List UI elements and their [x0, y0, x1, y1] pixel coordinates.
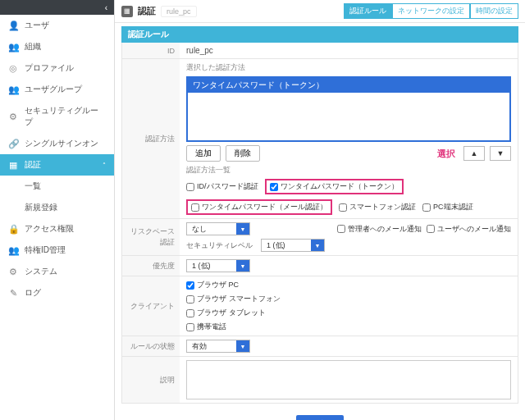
chk-notify-admin[interactable]: 管理者へのメール通知: [337, 224, 422, 235]
value-id: rule_pc: [186, 46, 511, 55]
selected-method-item[interactable]: ワンタイムパスワード（トークン）: [188, 78, 509, 93]
chevron-left-icon: ‹: [105, 3, 107, 12]
add-button[interactable]: 追加: [186, 145, 221, 162]
sidebar-item-sso[interactable]: 🔗シングルサインオン: [0, 133, 114, 154]
checkbox-otp-token[interactable]: [270, 183, 278, 191]
sidebar-item-profile[interactable]: ◎プロファイル: [0, 57, 114, 79]
sidebar-item-secgroup[interactable]: ⚙セキュリティグループ: [0, 100, 114, 133]
sidebar-item-system[interactable]: ⚙システム: [0, 261, 114, 282]
log-icon: ✎: [8, 288, 18, 299]
textarea-desc[interactable]: [186, 360, 511, 399]
update-bar: 更新: [115, 410, 525, 420]
label-desc: 説明: [122, 357, 180, 403]
tab-auth-rule[interactable]: 認証ルール: [344, 3, 392, 19]
chk-notify-user[interactable]: ユーザへのメール通知: [427, 224, 511, 235]
sidebar-item-label: シングルサインオン: [25, 138, 98, 149]
profile-icon: ◎: [8, 63, 18, 74]
checkbox-smartphone[interactable]: [339, 203, 347, 212]
sidebar-item-label: セキュリティグループ: [25, 105, 106, 128]
breadcrumb-sub: rule_pc: [161, 6, 197, 17]
checkbox-idpw[interactable]: [186, 183, 194, 191]
sidebar-item-label: ユーザグループ: [25, 84, 82, 95]
sidebar-sub-label: 一覧: [25, 180, 41, 192]
chevron-down-icon: ▼: [311, 240, 324, 251]
chevron-down-icon: ▼: [236, 340, 249, 352]
lock-icon: 🔒: [8, 224, 18, 235]
checkbox-client-pc[interactable]: [186, 281, 194, 290]
opt-otp-mail-highlight: ワンタイムパスワード（メール認証）: [186, 199, 332, 215]
select-riskbase[interactable]: なし▼: [186, 222, 250, 235]
sidebar-collapse[interactable]: ‹: [0, 0, 114, 15]
checkbox-client-mob[interactable]: [186, 323, 194, 331]
label-riskbase: リスクベース認証: [122, 219, 180, 255]
chevron-down-icon: ▼: [236, 223, 249, 235]
checkbox-client-sp[interactable]: [186, 295, 194, 304]
row-id: ID rule_pc: [122, 43, 518, 59]
page-title: 認証: [138, 5, 156, 17]
selected-methods-list[interactable]: ワンタイムパスワード（トークン）: [186, 76, 511, 142]
sidebar-item-usergroup[interactable]: 👥ユーザグループ: [0, 79, 114, 100]
chevron-down-icon: ▼: [236, 260, 249, 272]
sidebar-item-label: ユーザ: [25, 20, 49, 31]
row-auth-method: 認証方法 選択した認証方法 ワンタイムパスワード（トークン） 追加 削除 選択 …: [122, 59, 518, 219]
sidebar-item-label: 認証: [25, 159, 41, 171]
checkbox-notify-user[interactable]: [427, 225, 435, 233]
opt-otp-token-highlight: ワンタイムパスワード（トークン）: [265, 179, 404, 194]
row-state: ルールの状態 有効▼: [122, 336, 518, 357]
highlight-label: 選択: [437, 148, 455, 160]
tab-network[interactable]: ネットワークの設定: [392, 3, 470, 19]
checkbox-otp-mail[interactable]: [191, 203, 199, 212]
opt-pcterm[interactable]: PC端末認証: [422, 202, 473, 212]
auth-icon: ▦: [8, 160, 18, 171]
update-button[interactable]: 更新: [296, 415, 344, 420]
sidebar-item-label: システム: [25, 266, 57, 277]
checkbox-pcterm[interactable]: [422, 203, 431, 212]
opt-otp-mail[interactable]: ワンタイムパスワード（メール認証）: [191, 202, 327, 212]
tab-time[interactable]: 時間の設定: [470, 3, 518, 19]
chevron-up-icon: ˄: [103, 162, 106, 169]
sidebar-sub-new[interactable]: 新規登録: [0, 197, 114, 218]
sidebar-item-label: 特権ID管理: [25, 244, 66, 256]
org-icon: 👥: [8, 42, 18, 52]
sidebar-item-label: ログ: [25, 287, 41, 299]
sidebar: ‹ 👤ユーザ 👥組織 ◎プロファイル 👥ユーザグループ ⚙セキュリティグループ …: [0, 0, 115, 420]
chk-client-tab[interactable]: ブラウザ タブレット: [186, 308, 511, 318]
panel-title: 認証ルール: [121, 26, 518, 43]
chk-client-pc[interactable]: ブラウザ PC: [186, 280, 511, 290]
row-riskbase: リスクベース認証 なし▼ 管理者へのメール通知 ユーザへのメール通知 セキュリテ…: [122, 219, 518, 256]
select-priority[interactable]: 1 (低)▼: [186, 259, 250, 272]
move-up-button[interactable]: ▲: [463, 146, 485, 161]
sidebar-item-auth[interactable]: ▦認証˄: [0, 154, 114, 176]
sidebar-sub-list[interactable]: 一覧: [0, 176, 114, 197]
move-down-button[interactable]: ▼: [490, 146, 511, 161]
sidebar-item-label: 組織: [25, 41, 41, 52]
gear-icon: ⚙: [8, 112, 18, 122]
sidebar-item-label: プロファイル: [25, 62, 74, 74]
row-desc: 説明: [122, 357, 518, 403]
select-state[interactable]: 有効▼: [186, 340, 250, 353]
sidebar-item-user[interactable]: 👤ユーザ: [0, 15, 114, 36]
label-seclevel: セキュリティレベル: [186, 240, 256, 251]
label-method-list: 認証方法一覧: [186, 165, 511, 176]
sidebar-item-log[interactable]: ✎ログ: [0, 282, 114, 304]
opt-smartphone[interactable]: スマートフォン認証: [339, 202, 416, 212]
gear-icon: ⚙: [8, 267, 18, 277]
sidebar-item-org[interactable]: 👥組織: [0, 36, 114, 57]
checkbox-client-tab[interactable]: [186, 309, 194, 317]
opt-otp-token[interactable]: ワンタイムパスワード（トークン）: [270, 181, 399, 192]
label-state: ルールの状態: [122, 336, 180, 356]
method-options: ID/パスワード認証 ワンタイムパスワード（トークン） ワンタイムパスワード（メ…: [186, 179, 511, 215]
select-seclevel[interactable]: 1 (低)▼: [261, 239, 325, 252]
form: ID rule_pc 認証方法 選択した認証方法 ワンタイムパスワード（トークン…: [121, 43, 518, 404]
opt-idpw[interactable]: ID/パスワード認証: [186, 181, 258, 192]
usergroup-icon: 👥: [8, 84, 18, 95]
sidebar-item-privid[interactable]: 👥特権ID管理: [0, 240, 114, 261]
label-auth-method: 認証方法: [122, 59, 180, 218]
chk-client-sp[interactable]: ブラウザ スマートフォン: [186, 294, 511, 304]
checkbox-notify-admin[interactable]: [337, 225, 345, 233]
auth-icon: ▦: [121, 6, 133, 17]
chk-client-mob[interactable]: 携帯電話: [186, 322, 511, 332]
row-priority: 優先度 1 (低)▼: [122, 256, 518, 276]
sidebar-item-access[interactable]: 🔒アクセス権限: [0, 218, 114, 240]
delete-button[interactable]: 削除: [226, 145, 260, 162]
